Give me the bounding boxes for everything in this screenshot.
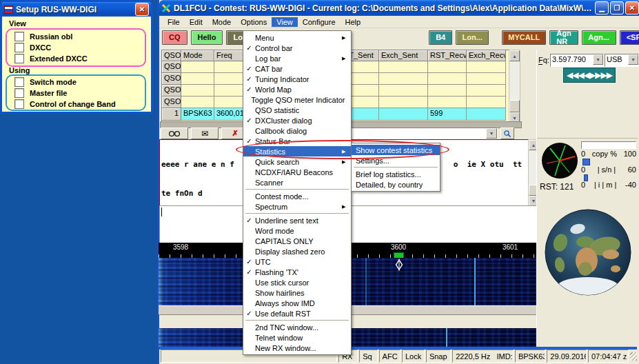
menu-item-use-default-rst[interactable]: ✓Use default RST xyxy=(243,308,351,318)
combo-dropdown-icon[interactable]: ▼ xyxy=(628,54,638,65)
menubar-help[interactable]: Help xyxy=(341,17,366,27)
main-titlebar[interactable]: DL1FCU - Contest: RUS-WW-DIGI - Current … xyxy=(159,0,639,16)
grid-cell[interactable] xyxy=(181,73,214,85)
grid-cell[interactable] xyxy=(379,61,428,73)
imd-slider[interactable] xyxy=(581,174,636,180)
menu-item-2nd-tnc-window[interactable]: 2nd TNC window... xyxy=(243,322,351,332)
grid-cell[interactable] xyxy=(428,85,467,97)
grid-header[interactable]: RST_Recv xyxy=(428,50,467,61)
menu-item-cat-bar[interactable]: ✓CAT bar xyxy=(243,63,351,74)
grid-cell[interactable] xyxy=(467,61,506,73)
menu-item-tuning-indicator[interactable]: ✓Tuning Indicator xyxy=(243,74,351,84)
status-mode[interactable]: BPSK63 xyxy=(515,350,545,363)
checkbox-row-extended-dxcc[interactable]: Extended DXCC xyxy=(9,53,140,64)
menu-item-qso-statistic[interactable]: QSO statistic xyxy=(243,105,351,115)
grid-scrollbar[interactable]: ▲ ▼ xyxy=(509,50,520,123)
menu-item-new-rx-window[interactable]: New RX window... xyxy=(243,343,351,353)
grid-header[interactable]: Exch_Recv xyxy=(467,50,506,61)
menu-item-menu[interactable]: Menu▶ xyxy=(243,32,351,43)
agn-nr-button[interactable]: Agn NR xyxy=(549,30,578,45)
menu-item-utc[interactable]: ✓UTC xyxy=(243,256,351,267)
menu-item-scanner[interactable]: Scanner xyxy=(243,177,351,188)
grid-cell[interactable] xyxy=(379,97,428,108)
maximize-button[interactable]: ❐ xyxy=(610,1,624,14)
dialog-titlebar[interactable]: Setup RUS-WW-DIGI ✕ xyxy=(2,2,151,17)
checkbox-row-switch-mode[interactable]: Switch mode xyxy=(9,77,140,88)
scroll-thumb[interactable] xyxy=(509,100,520,112)
grid-cell[interactable] xyxy=(467,97,506,108)
world-map-globe[interactable] xyxy=(544,208,632,296)
scroll-up-icon[interactable]: ▲ xyxy=(509,50,520,61)
tune-step-buttons[interactable]: ◀◀◀◀▶▶▶▶ xyxy=(563,68,616,83)
resize-grip[interactable] xyxy=(630,352,637,361)
menu-item-toggle-qso-meter[interactable]: Toggle QSO meter Indicator xyxy=(243,94,351,105)
menu-item-control-bar[interactable]: ✓Control bar xyxy=(243,43,351,53)
combo-dropdown-icon[interactable]: ▼ xyxy=(593,54,603,65)
grid-cell[interactable] xyxy=(467,85,506,97)
minimize-button[interactable]: ▁ xyxy=(595,1,609,14)
menu-item-callbook-dialog[interactable]: Callbook dialog xyxy=(243,125,351,136)
b4-button[interactable]: B4 xyxy=(429,30,452,45)
menu-item-flashing-tx[interactable]: ✓Flashing 'TX' xyxy=(243,267,351,277)
grid-cell[interactable] xyxy=(428,61,467,73)
status-snap-toggle[interactable]: Snap xyxy=(426,350,451,363)
checkbox-row-master-file[interactable]: Master file xyxy=(9,88,140,99)
checkbox-row-russian-obl[interactable]: Russian obl xyxy=(9,31,140,42)
row-header[interactable]: QSO xyxy=(162,85,181,97)
agn-button[interactable]: Agn... xyxy=(582,30,616,45)
menu-item-always-show-imd[interactable]: Always show IMD xyxy=(243,298,351,308)
grid-header[interactable]: Mode xyxy=(181,50,214,61)
search-button[interactable] xyxy=(500,128,514,139)
grid-cell-rst-recv[interactable]: 599 xyxy=(428,108,467,121)
checkbox-row-dxcc[interactable]: DXCC xyxy=(9,42,140,53)
grid-cell[interactable] xyxy=(181,97,214,108)
menu-item-contest-mode[interactable]: Contest mode... xyxy=(243,191,351,201)
menubar-view[interactable]: View xyxy=(272,17,298,27)
grid-cell[interactable] xyxy=(467,73,506,85)
menu-item-display-slashed-zero[interactable]: Display slashed zero xyxy=(243,246,351,256)
menu-item-spectrum[interactable]: Spectrum▶ xyxy=(243,201,351,212)
menu-item-world-map[interactable]: ✓World Map xyxy=(243,84,351,94)
dialog-close-button[interactable]: ✕ xyxy=(135,3,149,16)
row-header-active[interactable]: 1 xyxy=(162,108,181,121)
menu-item-use-stick-cursor[interactable]: Use stick cursor xyxy=(243,277,351,287)
status-squelch-toggle[interactable]: Sq xyxy=(359,350,377,363)
grid-cell-mode[interactable]: BPSK63 xyxy=(181,108,214,121)
menu-item-show-hairlines[interactable]: Show hairlines xyxy=(243,287,351,298)
menubar-mode[interactable]: Mode xyxy=(207,17,236,27)
menubar-configure[interactable]: Configure xyxy=(298,17,341,27)
submenu-item-brief-log-statistics[interactable]: Brief log statistics... xyxy=(352,169,440,179)
status-lock-toggle[interactable]: Lock xyxy=(402,350,425,363)
row-header[interactable]: QSO xyxy=(162,73,181,85)
close-button[interactable]: ✕ xyxy=(625,1,639,14)
checkbox-row-control-of-change-band[interactable]: Control of change Band xyxy=(9,99,140,110)
row-header[interactable]: QSO xyxy=(162,61,181,73)
submenu-item-detailed-by-country[interactable]: Detailed, by country xyxy=(352,179,440,190)
sideband-select[interactable]: USB ▼ xyxy=(605,54,639,67)
menu-item-word-mode[interactable]: Word mode xyxy=(243,225,351,236)
sp-button[interactable]: <SP> xyxy=(620,30,639,45)
tuning-diamond-cursor[interactable] xyxy=(395,259,403,271)
grid-cell-exch-sent[interactable] xyxy=(379,108,428,121)
lon-button[interactable]: Lon... xyxy=(456,30,489,45)
grid-cell[interactable] xyxy=(379,85,428,97)
menu-item-underline-sent-text[interactable]: ✓Underline sent text xyxy=(243,215,351,225)
grid-cell[interactable] xyxy=(181,61,214,73)
hello-button[interactable]: Hello xyxy=(191,30,223,45)
menu-item-telnet-window[interactable]: Telnet window xyxy=(243,332,351,343)
grid-cell[interactable] xyxy=(428,97,467,108)
combo-dropdown-icon[interactable]: ▼ xyxy=(486,128,497,139)
cq-button[interactable]: CQ xyxy=(162,30,187,45)
grid-cell[interactable] xyxy=(181,85,214,97)
grid-cell[interactable] xyxy=(379,73,428,85)
grid-cell[interactable] xyxy=(428,73,467,85)
grid-cell-exch-recv[interactable] xyxy=(467,108,506,121)
squelch-slider[interactable] xyxy=(581,159,636,165)
grid-header[interactable]: Exch_Sent xyxy=(379,50,428,61)
menubar-edit[interactable]: Edit xyxy=(185,17,207,27)
grid-header[interactable]: QSO xyxy=(162,50,181,61)
callbook-search-button[interactable] xyxy=(161,128,188,139)
menu-item-log-bar[interactable]: Log bar▶ xyxy=(243,53,351,63)
tuning-scope[interactable] xyxy=(541,142,578,179)
menu-item-dxcluster-dialog[interactable]: ✓DXCluster dialog xyxy=(243,115,351,125)
